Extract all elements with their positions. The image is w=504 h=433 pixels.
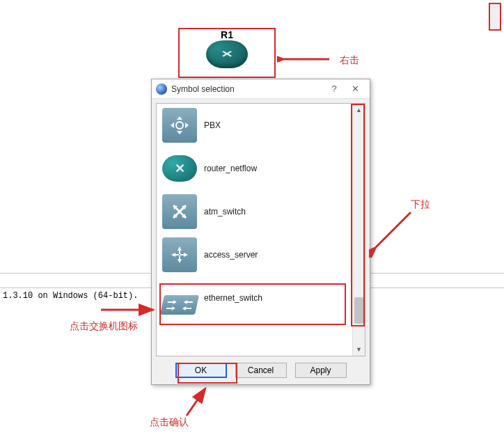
list-item[interactable]: ✕ router_netflow — [157, 147, 352, 190]
scroll-down-icon[interactable]: ▼ — [353, 343, 365, 356]
pbx-icon — [162, 108, 197, 143]
scroll-up-icon[interactable]: ▲ — [353, 104, 365, 116]
svg-marker-18 — [166, 306, 175, 310]
atm-switch-icon — [162, 194, 197, 229]
svg-marker-5 — [185, 123, 189, 128]
anno-click-confirm: 点击确认 — [150, 416, 189, 429]
item-label: router_netflow — [204, 164, 257, 173]
help-icon[interactable]: ? — [324, 81, 345, 97]
dialog-buttons: OK Cancel Apply — [152, 361, 370, 384]
svg-marker-16 — [167, 300, 177, 304]
list-item[interactable]: access_server — [157, 233, 352, 276]
app-icon — [156, 84, 167, 95]
anno-right-click: 右击 — [340, 54, 359, 67]
svg-line-20 — [376, 212, 411, 247]
svg-marker-19 — [182, 306, 191, 310]
item-label: atm_switch — [204, 207, 246, 216]
svg-marker-13 — [178, 255, 182, 263]
list-item[interactable]: PBX — [157, 104, 352, 147]
side-panel-edge — [489, 3, 501, 31]
svg-marker-2 — [177, 116, 182, 120]
ok-button[interactable]: OK — [175, 363, 227, 378]
router-netflow-icon: ✕ — [162, 155, 197, 182]
svg-marker-15 — [180, 253, 188, 257]
symbol-selection-dialog: Symbol selection ? ✕ PBX ✕ router_netflo… — [151, 79, 370, 385]
apply-button[interactable]: Apply — [295, 363, 347, 378]
titlebar: Symbol selection ? ✕ — [152, 79, 370, 99]
status-text: 1.3.10 on Windows (64-bit). — [3, 291, 138, 301]
r1-label: R1 — [221, 29, 233, 40]
dialog-title: Symbol selection — [171, 84, 324, 94]
svg-marker-12 — [178, 246, 182, 254]
scroll-thumb[interactable] — [354, 297, 363, 324]
svg-marker-14 — [171, 253, 179, 257]
cancel-button[interactable]: Cancel — [235, 363, 287, 378]
svg-point-1 — [176, 122, 183, 129]
anno-click-switch: 点击交换机图标 — [70, 320, 138, 333]
router-icon: ✕ — [206, 40, 248, 68]
svg-marker-17 — [183, 300, 193, 304]
item-label: ethernet_switch — [204, 293, 262, 303]
close-icon[interactable]: ✕ — [345, 81, 365, 97]
list-item[interactable]: atm_switch — [157, 190, 352, 233]
svg-marker-4 — [171, 123, 174, 128]
r1-router-highlight[interactable]: R1 ✕ — [178, 28, 276, 78]
symbol-list: PBX ✕ router_netflow atm_switch — [156, 103, 365, 356]
svg-line-22 — [187, 388, 205, 416]
list-item[interactable]: ethernet_switch — [157, 276, 352, 320]
access-server-icon — [162, 237, 197, 272]
scrollbar[interactable]: ▲ ▼ — [352, 104, 365, 356]
ethernet-switch-icon — [160, 295, 199, 315]
item-label: PBX — [204, 120, 221, 130]
item-label: access_server — [204, 250, 258, 260]
svg-marker-3 — [177, 131, 182, 134]
anno-pull-down: 下拉 — [411, 198, 430, 211]
